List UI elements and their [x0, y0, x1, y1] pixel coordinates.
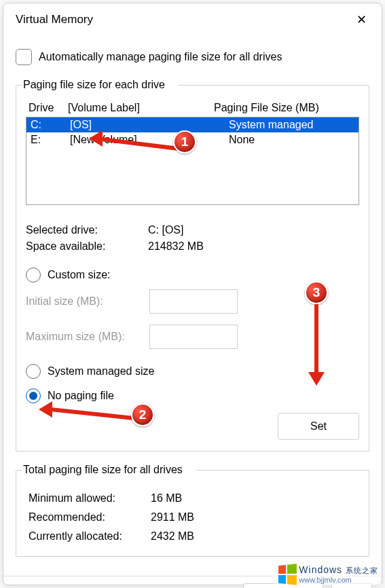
initial-size-label: Initial size (MB): — [26, 295, 149, 308]
radio-system-label: System managed size — [48, 365, 154, 378]
header-drive: Drive — [29, 102, 68, 114]
totals-grid: Minimum allowed: 16 MB Recommended: 2911… — [26, 485, 359, 545]
windows-logo-icon — [278, 564, 297, 585]
drive-row[interactable]: E: [New Volume] None — [26, 132, 359, 147]
header-paging-size: Paging File Size (MB) — [214, 102, 356, 114]
maximum-size-input[interactable] — [149, 325, 238, 349]
selected-drive-value: C: [OS] — [148, 224, 359, 236]
drive-volume: [New Volume] — [70, 134, 229, 146]
auto-manage-checkbox[interactable]: Automatically manage paging file size fo… — [16, 49, 369, 65]
drive-letter: C: — [31, 119, 70, 131]
total-paging-legend: Total paging file size for all drives — [22, 464, 196, 476]
paging-per-drive-legend: Paging file size for each drive — [22, 79, 179, 91]
watermark-tag: 系统之家 — [346, 566, 378, 574]
radio-custom-label: Custom size: — [48, 269, 110, 281]
minimum-allowed-value: 16 MB — [151, 492, 356, 504]
window-title: Virtual Memory — [16, 13, 93, 26]
drive-list[interactable]: C: [OS] System managed E: [New Volume] N… — [26, 117, 359, 205]
dialog-content: Automatically manage paging file size fo… — [3, 34, 382, 576]
radio-none-label: No paging file — [48, 390, 114, 402]
total-paging-group: Total paging file size for all drives Mi… — [16, 464, 369, 557]
checkbox-icon — [16, 49, 32, 65]
titlebar: Virtual Memory ✕ — [3, 3, 382, 34]
paging-per-drive-group: Paging file size for each drive Drive [V… — [16, 79, 369, 452]
close-icon: ✕ — [356, 12, 367, 27]
maximum-size-label: Maximum size (MB): — [26, 331, 149, 343]
initial-size-input[interactable] — [149, 289, 238, 314]
radio-no-paging-file[interactable]: No paging file — [26, 388, 359, 403]
currently-allocated-value: 2432 MB — [151, 530, 356, 543]
drive-volume: [OS] — [70, 119, 229, 131]
header-volume-label: [Volume Label] — [68, 102, 214, 114]
radio-custom-size[interactable]: Custom size: — [26, 268, 359, 282]
watermark-brand: Windows — [299, 564, 342, 575]
recommended-label: Recommended: — [29, 511, 151, 523]
radio-system-managed[interactable]: System managed size — [26, 364, 359, 379]
radio-icon — [26, 268, 41, 282]
selected-drive-info: Selected drive: C: [OS] Space available:… — [26, 224, 359, 253]
drive-paging-size: System managed — [229, 119, 354, 131]
drive-list-header: Drive [Volume Label] Paging File Size (M… — [26, 100, 359, 117]
watermark: Windows 系统之家 www.bjjmlv.com — [274, 564, 381, 585]
minimum-allowed-label: Minimum allowed: — [29, 492, 151, 504]
drive-row[interactable]: C: [OS] System managed — [26, 117, 359, 132]
drive-paging-size: None — [229, 134, 354, 146]
currently-allocated-label: Currently allocated: — [29, 530, 151, 543]
set-button[interactable]: Set — [278, 413, 359, 440]
virtual-memory-dialog: Virtual Memory ✕ Automatically manage pa… — [3, 3, 382, 585]
close-button[interactable]: ✕ — [352, 10, 371, 29]
watermark-url: www.bjjmlv.com — [299, 576, 378, 584]
radio-icon — [26, 364, 41, 379]
auto-manage-label: Automatically manage paging file size fo… — [39, 51, 282, 63]
radio-icon — [26, 388, 41, 403]
recommended-value: 2911 MB — [151, 511, 356, 523]
custom-size-inputs: Initial size (MB): Maximum size (MB): — [26, 289, 359, 349]
space-available-label: Space available: — [26, 240, 148, 253]
drive-letter: E: — [31, 134, 70, 146]
space-available-value: 214832 MB — [148, 240, 359, 253]
selected-drive-label: Selected drive: — [26, 224, 148, 236]
watermark-text: Windows 系统之家 www.bjjmlv.com — [299, 565, 378, 583]
